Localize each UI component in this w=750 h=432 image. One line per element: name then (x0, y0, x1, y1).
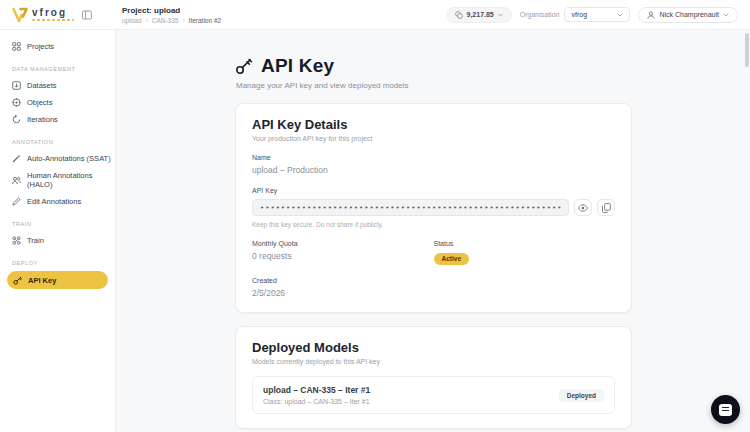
api-key-label: API Key (252, 187, 615, 194)
sidebar-collapse-icon[interactable] (80, 8, 94, 22)
name-label: Name (252, 154, 615, 161)
sidebar-section-train: TRAIN (12, 221, 115, 227)
magic-wand-icon (12, 154, 21, 163)
sidebar-section-deploy: DEPLOY (12, 260, 115, 266)
objects-target-icon (12, 98, 21, 107)
vfrog-logo-icon (12, 7, 28, 23)
credits-badge[interactable]: 9,217.85 (446, 7, 512, 23)
projects-grid-icon (12, 42, 21, 51)
sidebar-item-label: API Key (28, 276, 56, 285)
sidebar-item-iterations[interactable]: Iterations (0, 111, 115, 128)
page-subtitle: Manage your API key and view deployed mo… (236, 81, 632, 90)
deployed-model-row[interactable]: upload – CAN-335 – Iter #1 Class: upload… (252, 376, 615, 414)
user-menu-button[interactable]: Nick Champrenault (638, 7, 738, 23)
key-icon (235, 57, 253, 75)
breadcrumb-separator: › (182, 17, 184, 24)
sidebar-item-label: Edit Annotations (27, 197, 81, 206)
organisation-select[interactable]: vfrog (564, 7, 630, 22)
pencil-icon (12, 197, 21, 206)
sidebar-item-label: Human Annotations (HALO) (27, 171, 115, 189)
chat-bubble-icon (719, 404, 732, 416)
card-title: API Key Details (252, 117, 615, 132)
created-value: 2/5/2026 (252, 288, 615, 298)
project-title: Project: upload (122, 6, 221, 15)
breadcrumb-project[interactable]: upload (122, 17, 142, 24)
organisation-value: vfrog (571, 11, 587, 18)
sidebar-item-projects[interactable]: Projects (0, 38, 115, 55)
chevron-down-icon (723, 13, 729, 17)
deployed-models-card: Deployed Models Models currently deploye… (235, 326, 632, 429)
api-key-details-card: API Key Details Your production API key … (235, 103, 632, 313)
scrollbar-thumb[interactable] (745, 33, 749, 67)
monthly-quota-label: Monthly Quota (252, 240, 434, 247)
top-bar: vfrog Project: upload upload › CAN-335 ›… (0, 0, 750, 30)
iterations-refresh-icon (12, 115, 21, 124)
key-security-note: Keep this key secure. Do not share it pu… (252, 221, 615, 228)
sidebar: Projects DATA MANAGEMENT Datasets Object… (0, 30, 116, 432)
sidebar-item-label: Train (27, 236, 44, 245)
sidebar-item-human-annotations[interactable]: Human Annotations (HALO) (0, 167, 115, 193)
sidebar-item-edit-annotations[interactable]: Edit Annotations (0, 193, 115, 210)
card-title: Deployed Models (252, 340, 615, 355)
key-icon (13, 276, 22, 285)
person-icon (647, 11, 655, 19)
sidebar-item-train[interactable]: Train (0, 232, 115, 249)
brand-tagline (32, 19, 74, 21)
card-subtitle: Models currently deployed to this API ke… (252, 358, 615, 365)
sidebar-item-label: Objects (27, 98, 52, 107)
name-value: upload – Production (252, 165, 615, 175)
people-icon (12, 176, 21, 185)
chat-launcher-button[interactable] (711, 395, 740, 424)
breadcrumb-dataset[interactable]: CAN-335 (152, 17, 179, 24)
deployed-badge: Deployed (559, 389, 604, 402)
sidebar-item-datasets[interactable]: Datasets (0, 77, 115, 94)
organisation-label: Organisation (520, 11, 560, 18)
eye-icon (578, 204, 588, 212)
credits-value: 9,217.85 (467, 11, 494, 18)
sidebar-item-label: Datasets (27, 81, 57, 90)
main-content: API Key Manage your API key and view dep… (117, 30, 750, 432)
sidebar-item-label: Auto-Annotations (SSAT) (27, 154, 111, 163)
status-label: Status (434, 240, 616, 247)
sidebar-section-annotation: ANNOTATION (12, 139, 115, 145)
brand-name: vfrog (32, 8, 74, 18)
copy-icon (602, 203, 611, 213)
api-key-input[interactable] (252, 199, 569, 216)
breadcrumb: upload › CAN-335 › Iteration #2 (122, 17, 221, 24)
sidebar-item-label: Projects (27, 42, 54, 51)
page-title: API Key (261, 55, 334, 77)
sidebar-item-api-key[interactable]: API Key (7, 271, 108, 289)
coins-icon (455, 11, 463, 19)
chevron-down-icon (498, 13, 503, 17)
dataset-import-icon (12, 81, 21, 90)
sidebar-section-data-management: DATA MANAGEMENT (12, 66, 115, 72)
sidebar-item-objects[interactable]: Objects (0, 94, 115, 111)
train-nodes-icon (12, 236, 21, 245)
model-name: upload – CAN-335 – Iter #1 (263, 385, 370, 395)
status-badge: Active (434, 253, 470, 265)
monthly-quota-value: 0 requests (252, 251, 434, 261)
reveal-key-button[interactable] (574, 199, 592, 216)
sidebar-item-auto-annotations[interactable]: Auto-Annotations (SSAT) (0, 150, 115, 167)
breadcrumb-iteration[interactable]: Iteration #2 (189, 17, 222, 24)
user-name: Nick Champrenault (659, 11, 719, 18)
copy-key-button[interactable] (597, 199, 615, 216)
chevron-down-icon (617, 13, 623, 17)
project-header: Project: upload upload › CAN-335 › Itera… (122, 6, 221, 24)
card-subtitle: Your production API key for this project (252, 135, 615, 142)
sidebar-item-label: Iterations (27, 115, 58, 124)
breadcrumb-separator: › (146, 17, 148, 24)
created-label: Created (252, 277, 615, 284)
brand: vfrog (0, 7, 116, 23)
model-class: Class: upload – CAN-335 – Iter #1 (263, 398, 370, 405)
